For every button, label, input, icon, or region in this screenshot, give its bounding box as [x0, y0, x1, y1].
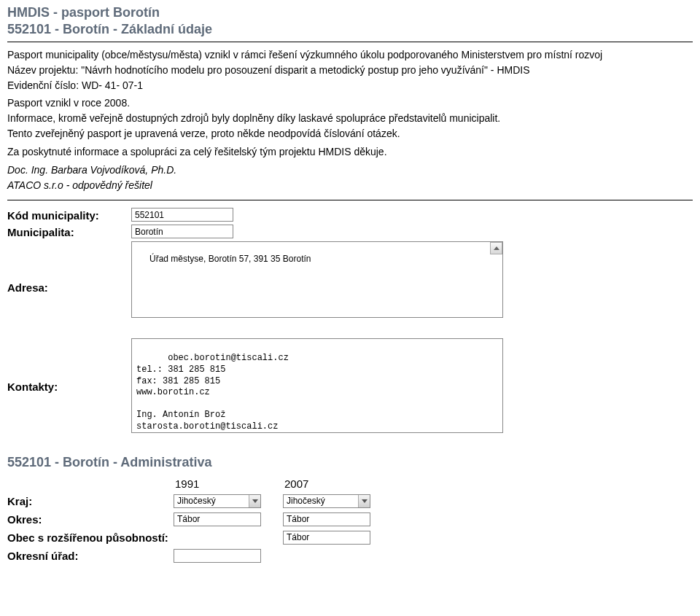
page-title: HMDIS - pasport Borotín: [7, 4, 693, 21]
intro-line: Název projektu: "Návrh hodnotícího model…: [7, 63, 693, 77]
intro-line: Pasport vznikl v roce 2008.: [7, 96, 693, 110]
kraj-2007-value: Jihočeský: [287, 496, 325, 506]
chevron-down-icon[interactable]: [249, 495, 260, 507]
intro-author: ATACO s.r.o - odpovědný řešitel: [7, 179, 693, 192]
intro-line: Evidenční číslo: WD- 41- 07-1: [7, 79, 693, 93]
kraj-1991-value: Jihočeský: [177, 496, 216, 506]
kontakty-textarea[interactable]: obec.borotin@tiscali.cz tel.: 381 285 81…: [131, 338, 503, 433]
okresni-urad-1991-input[interactable]: [174, 549, 261, 563]
okres-2007-input[interactable]: Tábor: [283, 512, 370, 526]
kontakty-label: Kontakty:: [7, 338, 131, 393]
kraj-1991-select[interactable]: Jihočeský: [174, 494, 261, 508]
adresa-textarea[interactable]: Úřad městyse, Borotín 57, 391 35 Borotín: [131, 241, 503, 318]
kod-municipality-input[interactable]: 552101: [131, 208, 233, 222]
year-1991-header: 1991: [174, 477, 283, 490]
kod-municipality-label: Kód municipality:: [7, 208, 131, 222]
orp-label: Obec s rozšířenou působností:: [7, 531, 174, 544]
scroll-up-button[interactable]: [490, 242, 502, 254]
municipalita-input[interactable]: Borotín: [131, 225, 233, 238]
kraj-label: Kraj:: [7, 495, 174, 507]
adresa-value: Úřad městyse, Borotín 57, 391 35 Borotín: [149, 254, 311, 264]
chevron-down-icon[interactable]: [358, 495, 370, 507]
admin-section-title: 552101 - Borotín - Administrativa: [7, 455, 693, 470]
kraj-2007-select[interactable]: Jihočeský: [283, 494, 370, 508]
okres-1991-input[interactable]: Tábor: [174, 512, 261, 526]
intro-line: Informace, kromě veřejně dostupných zdro…: [7, 112, 693, 125]
intro-block: Pasport municipality (obce/městysu/města…: [7, 48, 693, 192]
intro-line: Pasport municipality (obce/městysu/města…: [7, 48, 693, 62]
divider: [7, 42, 693, 42]
intro-line: Tento zveřejněný pasport je upravená ver…: [7, 127, 693, 141]
intro-author: Doc. Ing. Barbara Vojvodíková, Ph.D.: [7, 163, 693, 177]
year-2007-header: 2007: [283, 477, 392, 490]
page-subtitle: 552101 - Borotín - Základní údaje: [7, 21, 693, 38]
divider: [7, 200, 693, 200]
kontakty-value: obec.borotin@tiscali.cz tel.: 381 285 81…: [136, 353, 289, 432]
orp-2007-input[interactable]: Tábor: [283, 531, 370, 545]
okresni-urad-label: Okresní úřad:: [7, 550, 174, 562]
municipalita-label: Municipalita:: [7, 225, 131, 238]
adresa-label: Adresa:: [7, 241, 131, 294]
intro-line: Za poskytnuté informace a spolupráci za …: [7, 145, 693, 159]
okres-label: Okres:: [7, 513, 174, 526]
